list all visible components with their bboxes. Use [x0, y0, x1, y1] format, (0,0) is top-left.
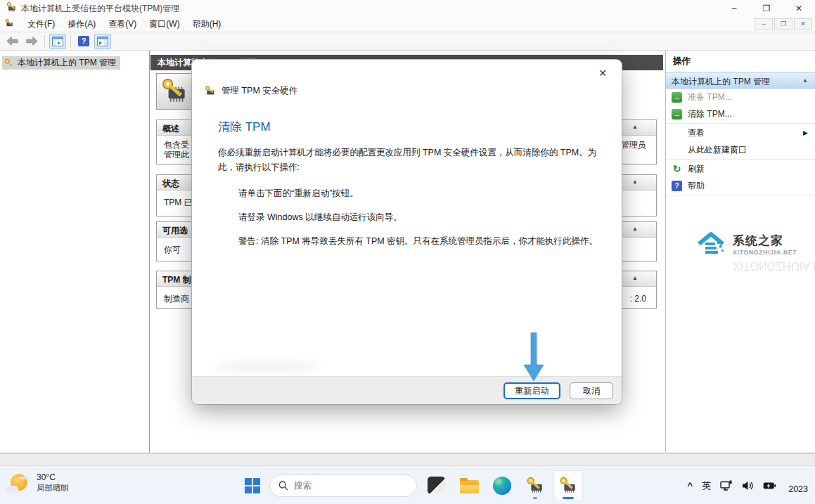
tpm-chip-icon: [156, 73, 193, 110]
cancel-button[interactable]: 取消: [570, 382, 613, 399]
annotation-arrow-icon: [523, 332, 544, 385]
action-help[interactable]: ? 帮助: [666, 177, 815, 194]
tpm-key-icon: [6, 1, 17, 15]
network-icon[interactable]: [720, 480, 733, 491]
show-console-tree-icon[interactable]: [49, 34, 66, 49]
tpm-key-icon-small: [4, 18, 14, 30]
file-explorer-icon[interactable]: [455, 471, 483, 500]
help-icon: ?: [672, 181, 682, 191]
collapse-icon[interactable]: ▲: [632, 179, 638, 185]
collapse-icon[interactable]: ▲: [632, 275, 638, 281]
action-refresh[interactable]: ↻ 刷新: [666, 160, 815, 177]
menu-action[interactable]: 操作(A): [61, 16, 102, 32]
collapse-icon[interactable]: ▲: [632, 124, 638, 130]
input-language-indicator[interactable]: 英: [702, 479, 711, 492]
dialog-warning-text: 警告: 清除 TPM 将导致丢失所有 TPM 密钥。只有在系统管理员指示后，你才…: [238, 235, 602, 247]
taskbar-app-icon[interactable]: [422, 471, 450, 500]
watermark: 系统之家 XITONGZHIJIA.NET XITONGZHIJIA.NET: [696, 229, 812, 272]
weather-widget[interactable]: 30°C 局部晴朗: [7, 472, 69, 494]
actions-pane-title: 操作: [666, 51, 815, 72]
weather-description: 局部晴朗: [37, 483, 69, 493]
minimize-button[interactable]: –: [718, 0, 750, 17]
tray-chevron-icon[interactable]: ^: [688, 480, 693, 491]
smudge-artifact: [213, 361, 319, 372]
console-tree-pane: 本地计算机上的 TPM 管理: [0, 51, 150, 453]
tpm-key-icon: [558, 476, 578, 496]
submenu-arrow-icon: ▶: [803, 129, 808, 136]
tpm-dialog-taskbar-icon[interactable]: [554, 471, 582, 500]
dialog-header-title: 管理 TPM 安全硬件: [222, 85, 297, 97]
restart-button[interactable]: 重新启动: [503, 382, 560, 399]
window-title: 本地计算机上受信任的平台模块(TPM)管理: [21, 3, 179, 15]
dialog-intro-text: 你必须重新启动计算机才能将必要的配置更改应用到 TPM 安全硬件设置，从而清除你…: [218, 146, 603, 175]
mdi-restore-button[interactable]: ❐: [774, 18, 792, 30]
volume-icon[interactable]: [742, 481, 754, 491]
action-clear-tpm[interactable]: → 清除 TPM...: [666, 105, 815, 122]
action-new-window[interactable]: 从此处新建窗口: [666, 141, 815, 158]
menu-view[interactable]: 查看(V): [102, 16, 143, 32]
green-arrow-icon: →: [672, 92, 682, 103]
menu-help[interactable]: 帮助(H): [186, 16, 228, 32]
dialog-step-1: 请单击下面的“重新启动”按钮。: [238, 188, 359, 200]
mdi-close-button[interactable]: ✕: [794, 18, 812, 30]
battery-icon[interactable]: [763, 482, 776, 490]
weather-temperature: 30°C: [37, 472, 69, 483]
taskbar-search[interactable]: [269, 474, 417, 497]
overview-text-fragment-right: 管理员: [621, 140, 646, 150]
menu-file[interactable]: 文件(F): [21, 16, 61, 32]
collapse-icon[interactable]: ▲: [632, 226, 638, 232]
tpm-key-node-icon: [4, 58, 14, 68]
taskbar: 30°C 局部晴朗 ^ 英: [0, 465, 815, 504]
section-options-title: 可用选: [162, 226, 188, 235]
watermark-reflection: XITONGZHIJIA.NET: [696, 259, 812, 272]
weather-icon: [7, 472, 31, 494]
tpm-key-icon: [204, 85, 216, 97]
divider: [666, 123, 815, 124]
xitongzhijia-logo-icon: [696, 229, 729, 259]
action-prepare-tpm[interactable]: → 准备 TPM...: [666, 89, 815, 105]
help-icon[interactable]: ?: [75, 34, 92, 49]
watermark-title: 系统之家: [733, 233, 797, 249]
toolbar: ?: [0, 32, 815, 51]
restore-button[interactable]: ❐: [750, 0, 783, 17]
dialog-title: 清除 TPM: [218, 119, 271, 135]
action-view[interactable]: 查看 ▶: [666, 124, 815, 141]
tpm-console-taskbar-icon[interactable]: [521, 471, 549, 500]
forward-icon[interactable]: [23, 34, 40, 49]
tpm-key-icon: [525, 476, 545, 496]
tree-item-tpm-management[interactable]: 本地计算机上的 TPM 管理: [2, 56, 120, 70]
edge-browser-icon[interactable]: [488, 471, 516, 500]
section-manufacturer-title: TPM 制: [162, 275, 191, 285]
search-icon: [278, 481, 288, 491]
divider: [666, 195, 815, 195]
screen: 本地计算机上受信任的平台模块(TPM)管理 – ❐ ✕ 文件(F) 操作(A) …: [0, 0, 815, 504]
back-icon[interactable]: [4, 34, 21, 49]
menubar: 文件(F) 操作(A) 查看(V) 窗口(W) 帮助(H) – ❐ ✕: [0, 17, 815, 32]
toolbar-separator: [44, 35, 45, 48]
show-action-pane-icon[interactable]: [94, 34, 111, 49]
toolbar-separator: [70, 35, 71, 48]
divider: [666, 159, 815, 160]
manufacturer-version-fragment: : 2.0: [630, 294, 646, 304]
watermark-site: XITONGZHIJIA.NET: [733, 249, 797, 256]
close-button[interactable]: ✕: [783, 0, 815, 17]
dialog-close-icon[interactable]: ✕: [591, 64, 615, 82]
clear-tpm-dialog: ✕ 管理 TPM 安全硬件 清除 TPM 你必须重新启动计算机才能将必要的配置更…: [192, 60, 622, 404]
menu-window[interactable]: 窗口(W): [143, 16, 186, 32]
tree-item-label: 本地计算机上的 TPM 管理: [18, 57, 116, 69]
taskbar-clock[interactable]: 2023: [788, 484, 808, 494]
section-overview-title: 概述: [162, 124, 179, 134]
app-icon: [428, 477, 445, 494]
actions-section-header[interactable]: 本地计算机上的 TPM 管理 ▲: [666, 72, 815, 89]
mdi-minimize-button[interactable]: –: [755, 18, 773, 30]
dialog-footer: 重新启动 取消: [192, 376, 622, 404]
section-status-title: 状态: [162, 179, 179, 188]
dialog-step-2: 请登录 Windows 以继续自动运行该向导。: [238, 212, 402, 224]
search-input[interactable]: [294, 481, 399, 491]
green-arrow-icon: →: [672, 109, 682, 119]
collapse-icon[interactable]: ▲: [802, 77, 808, 84]
start-button[interactable]: [245, 478, 260, 493]
window-titlebar: 本地计算机上受信任的平台模块(TPM)管理 – ❐ ✕: [0, 0, 815, 17]
refresh-icon: ↻: [672, 164, 682, 174]
